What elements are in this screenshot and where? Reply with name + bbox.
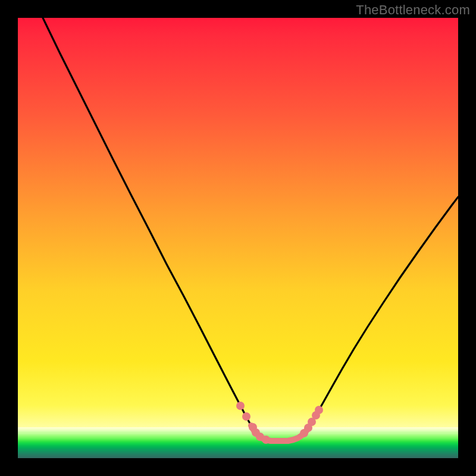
chart-svg: [18, 18, 458, 458]
highlight-dot: [315, 406, 323, 414]
highlight-dot: [236, 402, 245, 410]
watermark-text: TheBottleneck.com: [356, 2, 470, 18]
curve-right: [309, 197, 458, 427]
chart-frame: TheBottleneck.com: [0, 0, 476, 476]
highlight-dot: [242, 412, 250, 421]
plot-area: [18, 18, 458, 458]
curve-left: [43, 18, 251, 425]
highlight-dot: [262, 436, 270, 444]
